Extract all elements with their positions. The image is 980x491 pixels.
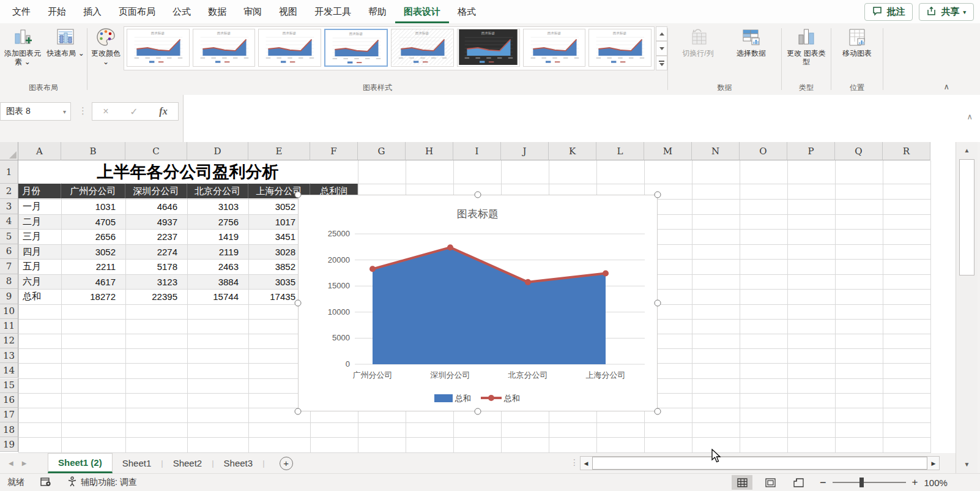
column-header-D[interactable]: D xyxy=(187,142,248,160)
table-cell[interactable]: 2211 xyxy=(62,260,125,274)
comments-button[interactable]: 批注 xyxy=(864,3,913,21)
cancel-button[interactable]: × xyxy=(103,106,108,117)
chart-style-thumb[interactable]: 图表标题 xyxy=(258,29,321,67)
sheet-tab-Sheet1 (2)[interactable]: Sheet1 (2) xyxy=(48,453,113,473)
name-box-dropdown-icon[interactable]: ▾ xyxy=(63,108,70,115)
sheet-tab-Sheet2[interactable]: Sheet2 xyxy=(163,453,212,473)
column-header-B[interactable]: B xyxy=(61,142,125,160)
column-header-M[interactable]: M xyxy=(644,142,692,160)
select-data-button[interactable]: 选择数据 xyxy=(726,26,776,83)
row-header-7[interactable]: 7 xyxy=(0,259,18,274)
collapse-ribbon-icon[interactable]: ∧ xyxy=(943,82,949,91)
macro-record-icon[interactable] xyxy=(40,477,51,489)
table-cell[interactable]: 五月 xyxy=(19,260,61,274)
chart-selection-handle[interactable] xyxy=(295,192,302,198)
gallery-scroll-up[interactable] xyxy=(656,26,667,41)
row-header-11[interactable]: 11 xyxy=(0,319,18,334)
chart-selection-handle[interactable] xyxy=(475,192,481,198)
row-header-2[interactable]: 2 xyxy=(0,184,18,199)
horizontal-scrollbar[interactable]: ◀ ▶ xyxy=(580,456,940,470)
row-header-17[interactable]: 17 xyxy=(0,408,18,422)
zoom-out-icon[interactable]: − xyxy=(820,476,826,489)
menu-tab-审阅[interactable]: 审阅 xyxy=(235,0,270,23)
sheet-tab-Sheet3[interactable]: Sheet3 xyxy=(214,453,263,473)
share-dropdown-icon[interactable]: ▾ xyxy=(963,9,966,15)
row-header-18[interactable]: 18 xyxy=(0,422,18,437)
zoom-slider-thumb[interactable] xyxy=(859,478,864,487)
chart-selection-handle[interactable] xyxy=(295,300,302,307)
share-button[interactable]: 共享 ▾ xyxy=(919,3,974,21)
column-header-I[interactable]: I xyxy=(453,142,501,160)
table-cell[interactable]: 1419 xyxy=(188,230,248,244)
menu-tab-公式[interactable]: 公式 xyxy=(164,0,199,23)
column-header-H[interactable]: H xyxy=(406,142,453,160)
table-header-cell[interactable]: 月份 xyxy=(18,184,61,198)
chart-selection-handle[interactable] xyxy=(655,300,661,307)
row-header-8[interactable]: 8 xyxy=(0,274,18,290)
table-header-cell[interactable]: 北京分公司 xyxy=(187,184,248,198)
tab-scrollbar-splitter[interactable]: ⋮ xyxy=(570,457,579,467)
column-header-O[interactable]: O xyxy=(740,142,787,160)
change-colors-button[interactable]: 更改颜色 ⌄ xyxy=(89,26,123,83)
chart-style-thumb[interactable]: 图表标题 xyxy=(588,29,651,67)
name-box[interactable]: 图表 8 ▾ xyxy=(0,102,71,121)
formula-bar-expand-icon[interactable]: ∧ xyxy=(967,112,973,121)
row-header-9[interactable]: 9 xyxy=(0,289,18,304)
table-cell[interactable]: 3123 xyxy=(126,275,187,290)
zoom-slider[interactable] xyxy=(833,482,906,483)
insert-function-button[interactable]: fx xyxy=(159,106,167,117)
table-header-cell[interactable]: 广州分公司 xyxy=(61,184,125,198)
column-header-G[interactable]: G xyxy=(358,142,406,160)
table-cell[interactable]: 2119 xyxy=(188,245,248,260)
table-cell[interactable]: 4705 xyxy=(62,215,125,230)
row-header-14[interactable]: 14 xyxy=(0,363,18,378)
menu-tab-开始[interactable]: 开始 xyxy=(39,0,75,23)
table-cell[interactable]: 四月 xyxy=(19,245,61,260)
menu-tab-数据[interactable]: 数据 xyxy=(199,0,235,23)
chart-style-thumb[interactable]: 图表标题 xyxy=(324,29,388,67)
table-cell[interactable]: 5178 xyxy=(126,260,187,274)
table-cell[interactable]: 3052 xyxy=(62,245,125,260)
sheet-tab-Sheet1[interactable]: Sheet1 xyxy=(113,453,161,473)
column-header-E[interactable]: E xyxy=(248,142,310,160)
row-header-10[interactable]: 10 xyxy=(0,304,18,319)
table-cell[interactable]: 总和 xyxy=(19,290,61,304)
column-header-C[interactable]: C xyxy=(125,142,187,160)
gallery-scroll-down[interactable] xyxy=(656,41,667,56)
table-cell[interactable]: 4937 xyxy=(126,215,187,230)
table-cell[interactable]: 3884 xyxy=(188,275,248,290)
table-header-cell[interactable]: 深圳分公司 xyxy=(125,184,187,198)
row-header-15[interactable]: 15 xyxy=(0,378,18,393)
column-header-Q[interactable]: Q xyxy=(835,142,883,160)
change-chart-type-button[interactable]: 更改 图表类型 xyxy=(784,26,828,83)
menu-tab-开发工具[interactable]: 开发工具 xyxy=(306,0,360,23)
chart-style-thumb[interactable]: 图表标题 xyxy=(457,29,520,67)
menu-tab-文件[interactable]: 文件 xyxy=(4,0,39,23)
scroll-down-icon[interactable]: ▼ xyxy=(959,457,975,471)
chart-selection-handle[interactable] xyxy=(475,408,481,415)
chart-selection-handle[interactable] xyxy=(295,408,302,415)
formula-input[interactable] xyxy=(183,95,980,142)
menu-tab-格式[interactable]: 格式 xyxy=(449,0,484,23)
vertical-scrollbar[interactable]: ▲ ▼ xyxy=(956,142,978,473)
sheet-nav-right-icon[interactable]: ▶ xyxy=(22,460,27,467)
menu-tab-视图[interactable]: 视图 xyxy=(270,0,306,23)
move-chart-button[interactable]: 移动图表 xyxy=(835,26,879,83)
embedded-chart[interactable]: 图表标题0500010000150002000025000广州分公司深圳分公司北… xyxy=(298,195,658,411)
row-header-19[interactable]: 19 xyxy=(0,437,18,452)
chart-style-thumb[interactable]: 图表标题 xyxy=(193,29,256,67)
table-cell[interactable]: 三月 xyxy=(19,230,61,244)
menu-tab-帮助[interactable]: 帮助 xyxy=(360,0,395,23)
chart-style-thumb[interactable]: 图表标题 xyxy=(391,29,454,67)
table-cell[interactable]: 18272 xyxy=(62,290,125,304)
chart-selection-handle[interactable] xyxy=(655,192,661,198)
zoom-level[interactable]: 100% xyxy=(924,478,947,488)
table-cell[interactable]: 一月 xyxy=(19,200,61,214)
table-cell[interactable]: 二月 xyxy=(19,215,61,230)
table-cell[interactable]: 3103 xyxy=(188,200,248,214)
row-header-12[interactable]: 12 xyxy=(0,334,18,348)
menu-tab-图表设计[interactable]: 图表设计 xyxy=(395,0,449,23)
gallery-more-button[interactable] xyxy=(656,56,667,70)
table-cell[interactable]: 六月 xyxy=(19,275,61,290)
horizontal-scroll-thumb[interactable] xyxy=(592,457,927,470)
